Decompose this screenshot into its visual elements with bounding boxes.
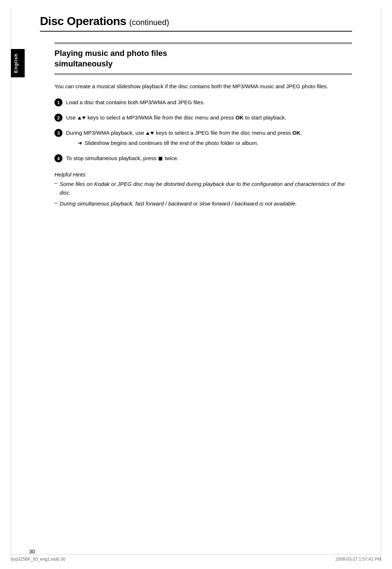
arrow-down-icon-2 [150,132,154,135]
step-2: 2 Use keys to select a MP3/WMA file from… [54,113,352,122]
footer-filename: dvp3256K_93_eng1.indd 30 [11,557,65,562]
step-3-text: During MP3/WMA playback, use keys to sel… [66,129,352,147]
section-title-box: Playing music and photo files simultaneo… [54,42,352,75]
arrow-up-icon [78,117,81,119]
step-1-text: Load a disc that contains both MP3/WMA a… [66,98,352,107]
step-2-number: 2 [54,114,62,122]
hint-2-dash: – [54,199,57,206]
hint-1: – Some files on Kodak or JPEG disc may b… [54,180,352,197]
hint-2: – During simultaneous playback, fast for… [54,199,352,208]
section-title-line1: Playing music and photo files [54,49,167,58]
step-2-text: Use keys to select a MP3/WMA file from t… [66,113,352,122]
step-3-sub-text: Slideshow begins and continues till the … [85,139,258,147]
main-content: Disc Operations (continued) Playing musi… [11,0,381,225]
section-title: Playing music and photo files simultaneo… [54,48,352,69]
intro-paragraph: You can create a musical slideshow playb… [54,82,352,91]
stop-icon [159,157,162,160]
hint-2-text: During simultaneous playback, fast forwa… [60,199,297,208]
hint-1-text: Some files on Kodak or JPEG disc may be … [60,180,352,197]
steps-container: 1 Load a disc that contains both MP3/WMA… [54,98,352,163]
page-title-main: Disc Operations [40,15,126,28]
step-3: 3 During MP3/WMA playback, use keys to s… [54,129,352,147]
hints-section: Helpful Hints: – Some files on Kodak or … [54,171,352,208]
section-title-line2: simultaneously [54,59,113,68]
footer: dvp3256K_93_eng1.indd 30 2008-03-27 1:57… [11,554,381,562]
hint-1-dash: – [54,180,57,186]
step-4-text: To stop simultaneous playback, press twi… [66,154,352,163]
step-3-sub: ➜ Slideshow begins and continues till th… [78,139,352,147]
arrow-up-icon-2 [146,132,150,135]
step-1: 1 Load a disc that contains both MP3/WMA… [54,98,352,107]
page-header: Disc Operations (continued) [40,15,352,32]
arrow-down-icon [82,117,86,119]
step-4: 4 To stop simultaneous playback, press t… [54,154,352,163]
page-number: 30 [29,548,35,554]
page-title-sub: (continued) [129,18,169,27]
step-3-number: 3 [54,129,62,137]
arrow-right-icon: ➜ [78,139,82,147]
hints-title: Helpful Hints: [54,171,352,178]
step-1-number: 1 [54,98,62,106]
step-4-number: 4 [54,154,62,162]
page: English Disc Operations (continued) Play… [0,0,392,569]
footer-timestamp: 2008-03-27 1:57:41 PM [335,557,381,562]
